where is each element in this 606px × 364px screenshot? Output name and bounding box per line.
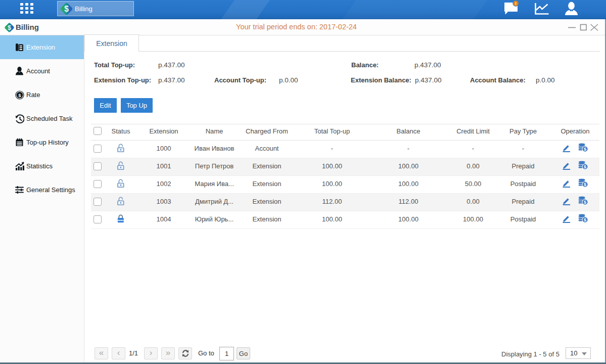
svg-text:$: $: [18, 93, 21, 98]
svg-text:$: $: [584, 200, 586, 205]
svg-text:!: !: [515, 1, 517, 6]
svg-text:$: $: [584, 217, 586, 222]
svg-text:$: $: [584, 147, 586, 152]
svg-text:$: $: [584, 164, 586, 169]
svg-text:$: $: [584, 182, 586, 187]
svg-text:$: $: [64, 4, 69, 13]
